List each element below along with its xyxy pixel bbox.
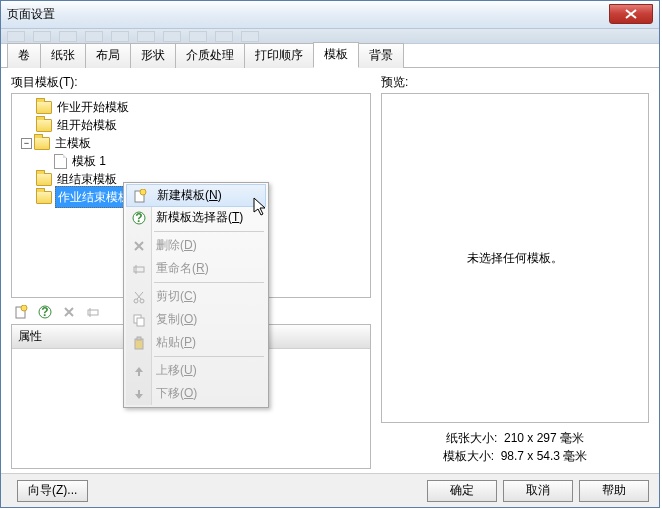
svg-rect-15 [137,318,144,326]
tree-label: 项目模板(T): [11,74,371,91]
tree-node[interactable]: −主模板 [14,134,368,152]
content-area: 项目模板(T): 作业开始模板 组开始模板 −主模板 模板 1 组结束模板 作业… [1,68,659,473]
delete-icon [62,305,76,319]
menu-item-label: 复制(O) [156,311,197,328]
preview-label: 预览: [381,74,649,91]
tab-strip: 卷 纸张 布局 形状 介质处理 打印顺序 模板 背景 [1,44,659,68]
copy-icon [131,312,147,328]
svg-point-7 [140,189,146,195]
rename-icon [86,305,100,319]
down-icon [131,386,147,402]
tab-paper[interactable]: 纸张 [40,43,86,68]
svg-point-12 [134,299,138,303]
menu-item-down: 下移(O) [126,382,266,405]
svg-text:?: ? [135,211,142,225]
titlebar[interactable]: 页面设置 [1,1,659,29]
tab-roll[interactable]: 卷 [7,43,41,68]
help-icon: ? [131,210,147,226]
tab-shape[interactable]: 形状 [130,43,176,68]
paper-size-value: 210 x 297 毫米 [504,431,584,445]
tab-print-order[interactable]: 打印顺序 [244,43,314,68]
new-doc-icon [132,188,148,204]
menu-item-paste: 粘贴(P) [126,331,266,354]
menu-item-label: 下移(O) [156,385,197,402]
tree-node[interactable]: 模板 1 [14,152,368,170]
paper-size-label: 纸张大小: [446,431,497,445]
menu-item-label: 粘贴(P) [156,334,196,351]
folder-icon [36,119,52,132]
menu-item-label: 删除(D) [156,237,197,254]
ok-button[interactable]: 确定 [427,480,497,502]
close-button[interactable] [609,4,653,24]
menu-item-label: 上移(U) [156,362,197,379]
folder-icon [36,101,52,114]
right-pane: 预览: 未选择任何模板。 纸张大小: 210 x 297 毫米 模板大小: 98… [381,74,649,469]
help-button[interactable]: 帮助 [579,480,649,502]
menu-item-help[interactable]: ?新模板选择器(T) [126,206,266,229]
menu-item-copy: 复制(O) [126,308,266,331]
svg-point-13 [140,299,144,303]
menu-item-up: 上移(U) [126,359,266,382]
cancel-button[interactable]: 取消 [503,480,573,502]
document-icon [54,154,67,169]
menu-item-label: 新模板选择器(T) [156,209,243,226]
svg-text:?: ? [41,305,48,319]
rename-icon [131,261,147,277]
svg-rect-17 [137,337,141,340]
menu-separator [154,231,264,232]
menu-item-rename: 重命名(R) [126,257,266,280]
wizard-button[interactable]: 向导(Z)... [17,480,88,502]
new-doc-icon [14,305,28,319]
dialog-footer: 向导(Z)... 确定 取消 帮助 [1,473,659,507]
delete-icon [131,238,147,254]
menu-separator [154,356,264,357]
context-menu[interactable]: 新建模板(N)?新模板选择器(T)删除(D)重命名(R)剪切(C)复制(O)粘贴… [123,182,269,408]
menu-item-cut: 剪切(C) [126,285,266,308]
size-info: 纸张大小: 210 x 297 毫米 模板大小: 98.7 x 54.3 毫米 [381,429,649,469]
new-template-button[interactable] [11,302,31,322]
tab-layout[interactable]: 布局 [85,43,131,68]
up-icon [131,363,147,379]
tree-node[interactable]: 作业开始模板 [14,98,368,116]
window-title: 页面设置 [7,6,55,23]
tab-background[interactable]: 背景 [358,43,404,68]
template-size-value: 98.7 x 54.3 毫米 [501,449,588,463]
svg-point-1 [21,305,27,311]
tree-node[interactable]: 组开始模板 [14,116,368,134]
cut-icon [131,289,147,305]
menu-item-label: 重命名(R) [156,260,209,277]
help-icon: ? [38,305,52,319]
tab-media[interactable]: 介质处理 [175,43,245,68]
rename-button[interactable] [83,302,103,322]
menu-item-label: 剪切(C) [156,288,197,305]
menu-separator [154,282,264,283]
folder-icon [36,173,52,186]
menu-item-new-doc[interactable]: 新建模板(N) [126,184,266,207]
folder-icon [36,191,52,204]
delete-button[interactable] [59,302,79,322]
preview-placeholder: 未选择任何模板。 [467,250,563,267]
template-size-label: 模板大小: [443,449,494,463]
folder-icon [34,137,50,150]
tab-template[interactable]: 模板 [313,42,359,68]
close-icon [625,9,637,19]
help-button[interactable]: ? [35,302,55,322]
page-setup-dialog: 页面设置 卷 纸张 布局 形状 介质处理 打印顺序 模板 背景 项目模板(T):… [0,0,660,508]
menu-item-label: 新建模板(N) [157,187,222,204]
paste-icon [131,335,147,351]
cursor-icon [253,197,269,217]
preview-box: 未选择任何模板。 [381,93,649,423]
collapse-icon[interactable]: − [21,138,32,149]
menu-item-delete: 删除(D) [126,234,266,257]
